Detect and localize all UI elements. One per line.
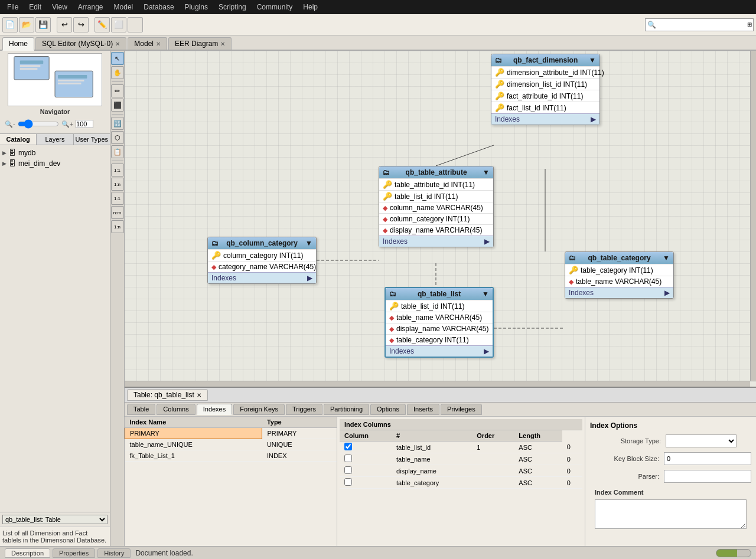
cat-tab-catalog[interactable]: Catalog bbox=[0, 134, 37, 145]
parser-input[interactable] bbox=[664, 470, 751, 483]
undo-button[interactable]: ↩ bbox=[57, 17, 72, 32]
table-row[interactable]: table_name_UNIQUE UNIQUE bbox=[125, 439, 337, 450]
zoom-input[interactable] bbox=[76, 120, 93, 128]
zoom-slider[interactable] bbox=[18, 119, 59, 129]
table-expand-icon[interactable]: ▼ bbox=[589, 56, 596, 64]
er-indexes-row[interactable]: Indexes▶ bbox=[565, 287, 673, 298]
menu-file[interactable]: File bbox=[2, 2, 23, 12]
menu-arrange[interactable]: Arrange bbox=[73, 2, 108, 12]
menu-scripting[interactable]: Scripting bbox=[214, 2, 251, 12]
cat-tab-usertypes[interactable]: User Types bbox=[74, 134, 110, 145]
menu-database[interactable]: Database bbox=[139, 2, 178, 12]
horizontal-scrollbar[interactable] bbox=[125, 381, 750, 387]
table-expand-icon[interactable]: ▼ bbox=[483, 168, 490, 176]
tab-model-close[interactable]: ✕ bbox=[156, 41, 161, 47]
inner-tab-options[interactable]: Options bbox=[370, 404, 406, 415]
table-expand-icon[interactable]: ▼ bbox=[482, 290, 489, 298]
empty-button[interactable] bbox=[128, 17, 143, 32]
er-table-qb-table-attribute[interactable]: 🗂 qb_table_attribute ▼ 🔑table_attribute_… bbox=[379, 166, 494, 247]
inner-tab-fk[interactable]: Foreign Keys bbox=[233, 404, 285, 415]
new-button[interactable]: 📄 bbox=[2, 17, 18, 32]
idx-checkbox[interactable] bbox=[344, 443, 352, 450]
idx-checkbox[interactable] bbox=[344, 455, 352, 462]
index-name-cell[interactable]: PRIMARY bbox=[125, 428, 262, 439]
er-indexes-row[interactable]: Indexes▶ bbox=[386, 345, 493, 357]
btab-close[interactable]: ✕ bbox=[197, 392, 201, 398]
tool-layer[interactable]: ⬡ bbox=[111, 131, 124, 144]
idx-col-length: 0 bbox=[562, 442, 582, 453]
catalog-tabs: Catalog Layers User Types bbox=[0, 134, 110, 145]
edit-button[interactable]: ✏️ bbox=[94, 17, 110, 32]
table-expand-icon[interactable]: ▼ bbox=[663, 254, 670, 262]
index-name-cell[interactable]: table_name_UNIQUE bbox=[125, 439, 262, 450]
tool-1-n[interactable]: 1:n bbox=[111, 178, 124, 191]
index-comment-textarea[interactable] bbox=[595, 499, 747, 529]
tool-1-1[interactable]: 1:1 bbox=[111, 164, 124, 176]
tool-draw[interactable]: ✏ bbox=[111, 84, 124, 97]
inner-tab-indexes[interactable]: Indexes bbox=[197, 404, 233, 415]
table-select-dropdown[interactable]: qb_table_list: Table bbox=[2, 515, 107, 524]
inner-tab-table[interactable]: Table bbox=[127, 404, 155, 415]
search-expand-icon[interactable]: ⊞ bbox=[746, 21, 753, 28]
desc-tab-history[interactable]: History bbox=[97, 548, 131, 558]
menu-community[interactable]: Community bbox=[252, 2, 298, 12]
tab-sql-editor[interactable]: SQL Editor (MySQL-0) ✕ bbox=[35, 37, 126, 50]
view-button[interactable]: ⬜ bbox=[111, 17, 126, 32]
er-table-qb-fact-dimension[interactable]: 🗂 qb_fact_dimension ▼ 🔑dimension_attribu… bbox=[491, 54, 600, 125]
menu-edit[interactable]: Edit bbox=[24, 2, 46, 12]
er-indexes-row[interactable]: Indexes▶ bbox=[379, 236, 493, 247]
tree-item-meidimdev[interactable]: ▶ 🗄 mei_dim_dev bbox=[2, 158, 107, 169]
redo-button[interactable]: ↪ bbox=[73, 17, 89, 32]
desc-tab-description[interactable]: Description bbox=[5, 548, 50, 558]
tree-item-mydb[interactable]: ▶ 🗄 mydb bbox=[2, 148, 107, 158]
cat-tab-layers[interactable]: Layers bbox=[37, 134, 73, 145]
menubar: File Edit View Arrange Model Database Pl… bbox=[0, 0, 756, 14]
tab-eer-close[interactable]: ✕ bbox=[220, 41, 225, 47]
menu-model[interactable]: Model bbox=[109, 2, 138, 12]
btab-table[interactable]: Table: qb_table_list ✕ bbox=[127, 389, 208, 401]
er-table-qb-table-list[interactable]: 🗂 qb_table_list ▼ 🔑table_list_id INT(11)… bbox=[384, 287, 494, 358]
table-row[interactable]: PRIMARY PRIMARY bbox=[125, 428, 337, 439]
er-table-qb-table-category[interactable]: 🗂 qb_table_category ▼ 🔑table_category IN… bbox=[565, 251, 674, 299]
search-input[interactable] bbox=[657, 21, 746, 29]
menu-view[interactable]: View bbox=[47, 2, 72, 12]
er-indexes-row[interactable]: Indexes▶ bbox=[491, 113, 599, 125]
open-button[interactable]: 📂 bbox=[19, 17, 34, 32]
er-indexes-row[interactable]: Indexes▶ bbox=[208, 272, 316, 283]
tab-sql-close[interactable]: ✕ bbox=[115, 41, 120, 47]
key-block-size-input[interactable] bbox=[664, 452, 751, 465]
index-name-cell[interactable]: fk_Table_List_1 bbox=[125, 450, 262, 462]
menu-plugins[interactable]: Plugins bbox=[180, 2, 213, 12]
table-row[interactable]: fk_Table_List_1 INDEX bbox=[125, 450, 337, 462]
tool-copy[interactable]: 📋 bbox=[111, 145, 124, 158]
er-table-qb-column-category[interactable]: 🗂 qb_column_category ▼ 🔑column_category … bbox=[207, 237, 317, 284]
tool-count[interactable]: 🔢 bbox=[111, 117, 124, 130]
er-diagram-canvas[interactable]: 🗂 qb_fact_dimension ▼ 🔑dimension_attribu… bbox=[125, 51, 756, 387]
idx-col-check3 bbox=[340, 465, 392, 477]
tool-select[interactable]: ↖ bbox=[111, 52, 124, 65]
inner-tab-triggers[interactable]: Triggers bbox=[286, 404, 322, 415]
inner-tab-columns[interactable]: Columns bbox=[157, 404, 195, 415]
inner-tab-inserts[interactable]: Inserts bbox=[407, 404, 439, 415]
table-expand-icon[interactable]: ▼ bbox=[305, 239, 312, 247]
tool-n-m[interactable]: n:m bbox=[111, 206, 124, 219]
tab-model[interactable]: Model ✕ bbox=[128, 37, 167, 50]
idx-checkbox[interactable] bbox=[344, 466, 352, 474]
search-icon[interactable]: 🔍 bbox=[646, 19, 657, 31]
zoom-out-icon[interactable]: 🔍- bbox=[5, 120, 15, 128]
inner-tab-partitioning[interactable]: Partitioning bbox=[324, 404, 369, 415]
inner-tab-privileges[interactable]: Privileges bbox=[441, 404, 482, 415]
tool-rect[interactable]: ⬛ bbox=[111, 99, 124, 112]
tool-1-1b[interactable]: 1:1 bbox=[111, 192, 124, 205]
desc-tab-properties[interactable]: Properties bbox=[53, 548, 95, 558]
tool-pan[interactable]: ✋ bbox=[111, 66, 124, 79]
tab-eer[interactable]: EER Diagram ✕ bbox=[168, 37, 232, 50]
idx-checkbox[interactable] bbox=[344, 478, 352, 486]
menu-help[interactable]: Help bbox=[298, 2, 322, 12]
vertical-scrollbar[interactable] bbox=[750, 51, 756, 381]
zoom-in-icon[interactable]: 🔍+ bbox=[61, 120, 73, 128]
tab-home[interactable]: Home bbox=[2, 37, 34, 51]
tool-1-n-ref[interactable]: 1:n bbox=[111, 220, 124, 233]
save-button[interactable]: 💾 bbox=[35, 17, 51, 32]
storage-type-select[interactable]: BTREE HASH bbox=[666, 434, 737, 447]
